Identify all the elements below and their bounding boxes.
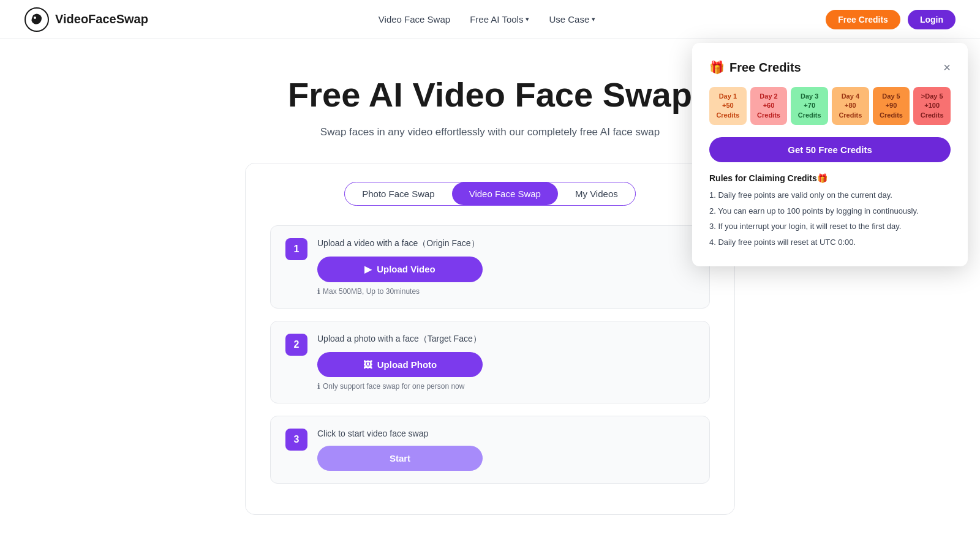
info-icon-1: ℹ [317,287,320,296]
step-1-note: ℹ Max 500MB, Up to 30minutes [317,287,695,296]
day-2-credits: +60 Credits [753,101,785,120]
day-badge-5[interactable]: Day 5 +90 Credits [873,87,910,125]
step-2-note: ℹ Only support face swap for one person … [317,382,695,391]
rules-list: 1. Daily free points are valid only on t… [709,189,951,248]
login-button[interactable]: Login [908,10,956,29]
play-icon: ▶ [364,264,372,275]
step-1: 1 Upload a video with a face（Origin Face… [270,225,710,309]
popup-title: 🎁 Free Credits [709,60,801,75]
day-6-label: >Day 5 [916,92,948,101]
tab-video-face-swap[interactable]: Video Face Swap [452,182,558,205]
step-2: 2 Upload a photo with a face（Target Face… [270,321,710,403]
header-actions: Free Credits Login [826,10,956,29]
day-4-label: Day 4 [834,92,867,101]
free-credits-button[interactable]: Free Credits [826,10,900,29]
step-3-label: Click to start video face swap [317,429,695,438]
gift-icon: 🎁 [709,60,725,75]
day-5-label: Day 5 [875,92,908,101]
logo-icon [24,7,49,32]
popup-header: 🎁 Free Credits × [709,60,951,75]
day-badge-1[interactable]: Day 1 +50 Credits [709,87,747,125]
popup-close-button[interactable]: × [943,61,951,73]
step-1-number: 1 [285,238,307,260]
step-2-label: Upload a photo with a face（Target Face） [317,334,695,345]
day-badge-6[interactable]: >Day 5 +100 Credits [913,87,951,125]
day-badge-2[interactable]: Day 2 +60 Credits [750,87,788,125]
rules-section: Rules for Claiming Credits🎁 1. Daily fre… [709,173,951,248]
svg-point-1 [34,17,36,19]
upload-photo-button[interactable]: 🖼 Upload Photo [317,352,483,377]
image-icon: 🖼 [363,359,372,370]
day-2-label: Day 2 [753,92,785,101]
day-badge-3[interactable]: Day 3 +70 Credits [791,87,828,125]
upload-video-button[interactable]: ▶ Upload Video [317,257,483,282]
header: VideoFaceSwap Video Face Swap Free AI To… [0,0,980,39]
day-3-label: Day 3 [793,92,826,101]
nav-use-case[interactable]: Use Case [549,14,595,24]
rule-2: 2. You can earn up to 100 points by logg… [709,205,951,217]
day-6-credits: +100 Credits [916,101,948,120]
rule-1: 1. Daily free points are valid only on t… [709,189,951,201]
day-badges: Day 1 +50 Credits Day 2 +60 Credits Day … [709,87,951,125]
step-2-content: Upload a photo with a face（Target Face） … [317,334,695,391]
info-icon-2: ℹ [317,382,320,391]
day-1-credits: +50 Credits [712,101,744,120]
start-button[interactable]: Start [317,446,483,471]
step-1-content: Upload a video with a face（Origin Face） … [317,238,695,296]
free-credits-popup: 🎁 Free Credits × Day 1 +50 Credits Day 2… [692,43,968,266]
day-badge-4[interactable]: Day 4 +80 Credits [832,87,869,125]
step-3: 3 Click to start video face swap Start [270,416,710,484]
nav-video-face-swap[interactable]: Video Face Swap [379,14,450,24]
rules-title: Rules for Claiming Credits🎁 [709,173,951,183]
logo-area: VideoFaceSwap [24,7,148,32]
tab-my-videos[interactable]: My Videos [558,182,635,205]
tab-photo-face-swap[interactable]: Photo Face Swap [345,182,451,205]
day-1-label: Day 1 [712,92,744,101]
nav-free-ai-tools[interactable]: Free AI Tools [470,14,529,24]
tool-card: Photo Face Swap Video Face Swap My Video… [245,163,735,515]
step-3-number: 3 [285,429,307,451]
logo-text: VideoFaceSwap [55,12,148,26]
step-1-label: Upload a video with a face（Origin Face） [317,238,695,249]
rule-3: 3. If you interrupt your login, it will … [709,220,951,233]
day-3-credits: +70 Credits [793,101,826,120]
step-2-number: 2 [285,334,307,356]
step-3-content: Click to start video face swap Start [317,429,695,471]
rule-4: 4. Daily free points will reset at UTC 0… [709,236,951,249]
day-5-credits: +90 Credits [875,101,908,120]
tab-bar: Photo Face Swap Video Face Swap My Video… [344,182,635,206]
get-free-credits-button[interactable]: Get 50 Free Credits [709,137,951,162]
main-nav: Video Face Swap Free AI Tools Use Case [379,14,595,24]
day-4-credits: +80 Credits [834,101,867,120]
